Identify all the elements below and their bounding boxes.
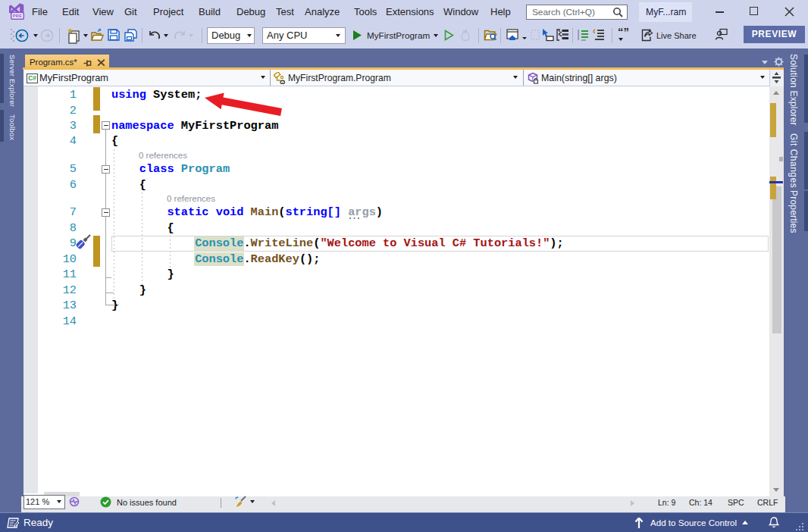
svg-text:PRE: PRE xyxy=(13,14,23,18)
